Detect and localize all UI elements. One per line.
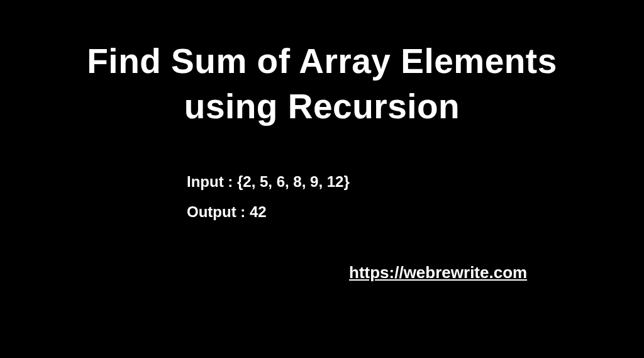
output-label: Output : — [187, 203, 250, 220]
input-label: Input : — [187, 173, 237, 190]
title-line-2: using Recursion — [0, 84, 644, 130]
source-url: https://webrewrite.com — [349, 263, 527, 282]
example-output: Output : 42 — [187, 203, 350, 221]
slide-title: Find Sum of Array Elements using Recursi… — [0, 0, 644, 129]
example-input: Input : {2, 5, 6, 8, 9, 12} — [187, 173, 350, 191]
input-value: {2, 5, 6, 8, 9, 12} — [237, 173, 350, 190]
title-line-1: Find Sum of Array Elements — [0, 39, 644, 84]
example-block: Input : {2, 5, 6, 8, 9, 12} Output : 42 — [187, 173, 350, 233]
output-value: 42 — [250, 203, 267, 220]
